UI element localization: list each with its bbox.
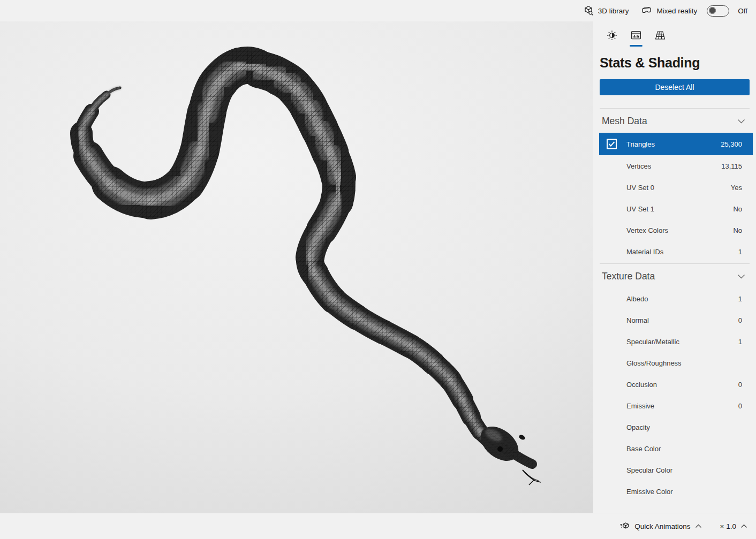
mesh-data-rows: Triangles25,300Vertices13,115UV Set 0Yes…: [600, 133, 750, 262]
3d-library-button[interactable]: 3D library: [579, 3, 632, 19]
quick-animations-label: Quick Animations: [634, 522, 690, 530]
panel-tabs: [600, 27, 750, 47]
tab-underline: [654, 45, 667, 47]
playback-speed-control[interactable]: × 1.0: [719, 520, 749, 533]
texture-data-row-emissive[interactable]: Emissive0: [600, 395, 750, 416]
chevron-down-icon: [737, 119, 745, 124]
row-label: Vertex Colors: [626, 226, 668, 234]
mesh-data-row-uv-set-1[interactable]: UV Set 1No: [600, 198, 750, 219]
row-label: UV Set 0: [626, 184, 654, 192]
row-value: 13,115: [721, 162, 742, 170]
mesh-data-section-header[interactable]: Mesh Data: [600, 109, 750, 133]
viewport-3d[interactable]: [0, 21, 593, 513]
texture-data-row-normal[interactable]: Normal0: [600, 309, 750, 331]
mesh-data-row-triangles[interactable]: Triangles25,300: [599, 133, 753, 155]
texture-data-row-opacity[interactable]: Opacity: [600, 416, 750, 438]
texture-data-rows: Albedo1Normal0Specular/Metallic1Gloss/Ro…: [600, 288, 750, 502]
row-value: No: [733, 205, 742, 213]
toggle-knob: [709, 7, 716, 14]
texture-data-row-albedo[interactable]: Albedo1: [600, 288, 750, 309]
mesh-data-header-label: Mesh Data: [602, 116, 647, 127]
snake-wireframe-model: [0, 21, 593, 513]
row-value: 0: [738, 316, 742, 324]
row-label: Specular/Metallic: [626, 338, 679, 346]
deselect-all-button[interactable]: Deselect All: [600, 79, 750, 95]
row-value: 25,300: [721, 140, 742, 148]
row-label: Base Color: [626, 445, 661, 453]
row-value: Yes: [731, 184, 742, 192]
mesh-data-row-vertex-colors[interactable]: Vertex ColorsNo: [600, 219, 750, 241]
page-title: Stats & Shading: [600, 55, 750, 71]
row-label: Vertices: [626, 162, 651, 170]
top-bar: 3D library Mixed reality Off: [0, 0, 756, 21]
checkmark-icon: [608, 141, 615, 147]
quick-animations-icon: [619, 521, 630, 532]
mesh-data-row-material-ids[interactable]: Material IDs1: [600, 241, 750, 262]
texture-data-row-specular-color[interactable]: Specular Color: [600, 459, 750, 481]
tab-grid[interactable]: [652, 27, 668, 47]
mixed-reality-label: Mixed reality: [656, 7, 697, 15]
chevron-up-icon: [740, 524, 747, 528]
3d-library-icon: [583, 5, 594, 17]
texture-data-row-specular-metallic[interactable]: Specular/Metallic1: [600, 331, 750, 352]
sun-icon: [606, 29, 618, 42]
row-label: Triangles: [626, 140, 655, 148]
mesh-data-row-uv-set-0[interactable]: UV Set 0Yes: [600, 177, 750, 198]
texture-data-header-label: Texture Data: [602, 271, 655, 282]
stats-chart-icon: [630, 29, 642, 42]
chevron-down-icon: [737, 274, 745, 279]
chevron-up-icon: [695, 524, 702, 528]
row-value: 0: [738, 402, 742, 410]
3d-viewer-app: 3D library Mixed reality Off: [0, 0, 756, 539]
mixed-reality-button[interactable]: Mixed reality: [637, 3, 700, 19]
row-label: Albedo: [626, 295, 648, 303]
quick-animations-button[interactable]: Quick Animations: [616, 519, 705, 534]
mixed-reality-icon: [640, 5, 653, 17]
texture-data-row-emissive-color[interactable]: Emissive Color: [600, 481, 750, 502]
toggle-state-label: Off: [738, 7, 747, 15]
row-value: 1: [738, 248, 742, 256]
row-label: Specular Color: [626, 466, 672, 474]
texture-data-row-occlusion[interactable]: Occlusion0: [600, 374, 750, 395]
tab-underline: [606, 45, 618, 47]
triangles-checkbox[interactable]: [607, 139, 617, 149]
tab-stats[interactable]: [628, 27, 644, 47]
mesh-data-row-vertices[interactable]: Vertices13,115: [600, 155, 750, 177]
row-value: No: [733, 226, 742, 234]
grid-table-icon: [654, 29, 667, 42]
texture-data-row-base-color[interactable]: Base Color: [600, 438, 750, 459]
row-value: 0: [738, 381, 742, 389]
3d-library-label: 3D library: [598, 7, 629, 15]
stats-panel: Stats & Shading Deselect All Mesh Data T…: [593, 21, 756, 513]
row-label: Emissive Color: [626, 488, 673, 496]
texture-data-section-header[interactable]: Texture Data: [600, 264, 750, 288]
row-label: Gloss/Roughness: [626, 359, 682, 367]
texture-data-row-gloss-roughness[interactable]: Gloss/Roughness: [600, 352, 750, 374]
row-label: Normal: [626, 316, 649, 324]
row-label: UV Set 1: [626, 205, 654, 213]
row-value: 1: [738, 338, 742, 346]
row-label: Opacity: [626, 423, 650, 431]
bottom-bar: Quick Animations × 1.0: [0, 513, 756, 539]
mixed-reality-toggle[interactable]: [707, 5, 729, 17]
playback-speed-label: × 1.0: [720, 522, 736, 530]
row-label: Emissive: [626, 402, 654, 410]
row-label: Occlusion: [626, 381, 657, 389]
tab-lighting[interactable]: [604, 27, 620, 47]
row-value: 1: [738, 295, 742, 303]
row-label: Material IDs: [626, 248, 663, 256]
tab-active-underline: [630, 45, 642, 47]
